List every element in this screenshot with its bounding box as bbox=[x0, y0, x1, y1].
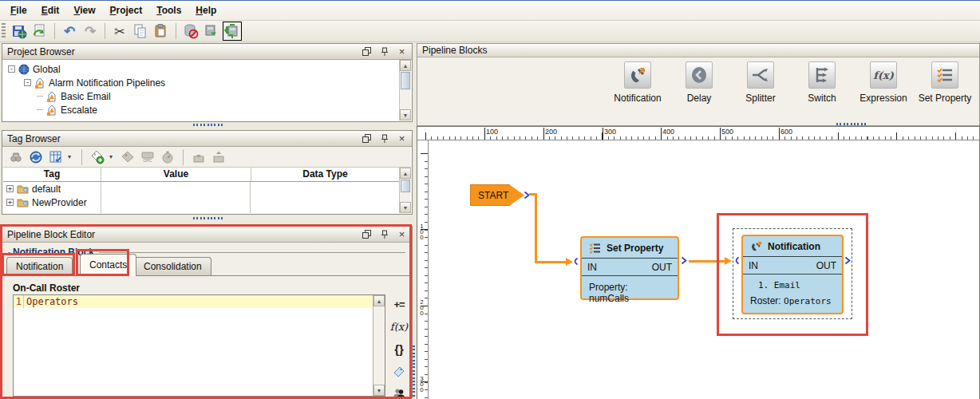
set-property-icon bbox=[935, 65, 954, 85]
pin-icon[interactable] bbox=[379, 229, 389, 239]
roster-editor-text[interactable]: 1 Operators bbox=[14, 295, 373, 396]
float-icon[interactable] bbox=[362, 229, 372, 239]
block-title: Notification bbox=[768, 241, 820, 252]
block-title: Set Property bbox=[607, 243, 663, 254]
float-icon[interactable] bbox=[362, 133, 372, 144]
tag-grid-icon[interactable] bbox=[48, 149, 64, 165]
notification-roster-row: Roster: Operators bbox=[750, 295, 835, 306]
panel-title: Pipeline Block Editor bbox=[7, 229, 362, 240]
notification-block[interactable]: Notification IN OUT 1. Email Roster: Ope… bbox=[741, 235, 844, 314]
project-tree-scrollbar[interactable]: ▲ ▼ bbox=[399, 60, 411, 120]
server-sync-icon[interactable] bbox=[223, 22, 242, 41]
scroll-down-icon[interactable]: ▼ bbox=[400, 202, 411, 213]
pin-icon[interactable] bbox=[379, 46, 389, 57]
tag-row-newprovider[interactable]: + NewProvider bbox=[3, 196, 101, 209]
menu-view[interactable]: View bbox=[66, 2, 102, 18]
scroll-up-icon[interactable]: ▲ bbox=[400, 168, 411, 179]
tree-item-label: Escalate bbox=[61, 105, 97, 116]
palette-item-notification[interactable]: Notification bbox=[608, 61, 667, 104]
input-connector[interactable] bbox=[733, 256, 740, 267]
expand-icon[interactable]: + bbox=[6, 185, 14, 192]
column-header-value[interactable]: Value bbox=[101, 168, 251, 181]
palette-item-set-property[interactable]: Set Property bbox=[915, 61, 974, 104]
pipeline-canvas[interactable]: 100 200 300 400 500 600 100 200 300 STAR… bbox=[417, 126, 980, 399]
project-browser-panel: Project Browser × - Global - Alarm Notif… bbox=[2, 43, 413, 122]
palette-label: Expression bbox=[859, 93, 907, 104]
collapse-icon[interactable]: - bbox=[24, 79, 31, 86]
editor-scrollbar[interactable]: ▲ ▼ bbox=[373, 295, 385, 396]
menu-help[interactable]: Help bbox=[188, 2, 223, 18]
tag-icon[interactable] bbox=[393, 364, 405, 378]
toolbar-grip[interactable] bbox=[2, 23, 6, 39]
block-palette: Notification Delay Splitter Switch f(x) … bbox=[608, 61, 974, 104]
output-connector[interactable] bbox=[681, 256, 687, 267]
palette-item-switch[interactable]: Switch bbox=[792, 61, 852, 104]
float-icon[interactable] bbox=[362, 46, 372, 57]
palette-item-expression[interactable]: f(x) Expression bbox=[854, 61, 913, 104]
menu-tools[interactable]: Tools bbox=[149, 2, 188, 18]
tag-table-scrollbar[interactable]: ▲ ▼ bbox=[399, 168, 411, 213]
pipeline-block-editor-panel: Pipeline Block Editor × Notification Blo… bbox=[2, 226, 413, 398]
expression-icon: f(x) bbox=[873, 69, 894, 81]
menu-project[interactable]: Project bbox=[103, 2, 150, 18]
scroll-up-icon[interactable]: ▲ bbox=[400, 60, 411, 71]
close-icon[interactable]: × bbox=[397, 46, 407, 57]
function-icon[interactable]: f(x) bbox=[390, 319, 408, 334]
insert-value-icon[interactable]: += bbox=[393, 297, 404, 311]
menu-file[interactable]: File bbox=[3, 2, 34, 18]
tab-notification[interactable]: Notification bbox=[6, 257, 73, 276]
project-tree: - Global - Alarm Notification Pipelines … bbox=[3, 60, 399, 120]
roster-editor[interactable]: 1 Operators ▲ ▼ bbox=[13, 294, 385, 397]
tree-item-label: Basic Email bbox=[61, 91, 111, 102]
palette-item-splitter[interactable]: Splitter bbox=[731, 61, 790, 104]
paste-icon[interactable] bbox=[152, 22, 171, 41]
scroll-down-icon[interactable]: ▼ bbox=[400, 109, 411, 120]
tree-item-basic-email[interactable]: Basic Email bbox=[3, 89, 399, 103]
server-download-icon[interactable] bbox=[202, 22, 221, 41]
delay-icon bbox=[690, 65, 709, 85]
save-icon[interactable] bbox=[10, 22, 29, 41]
tab-consolidation[interactable]: Consolidation bbox=[134, 257, 211, 276]
scrollbar-thumb[interactable] bbox=[401, 72, 410, 89]
close-icon[interactable]: × bbox=[397, 133, 407, 144]
copy-icon[interactable] bbox=[131, 22, 150, 41]
notification-profile: 1. Email bbox=[750, 280, 835, 290]
tree-item-global[interactable]: - Global bbox=[3, 62, 399, 76]
column-header-datatype[interactable]: Data Type bbox=[251, 168, 399, 181]
column-header-tag[interactable]: Tag bbox=[3, 168, 101, 181]
database-disabled-icon[interactable] bbox=[181, 22, 200, 41]
start-block[interactable]: START bbox=[470, 184, 524, 206]
set-property-block[interactable]: Set Property IN OUT Property: numCalls bbox=[580, 236, 679, 300]
tab-contacts[interactable]: Contacts bbox=[80, 254, 136, 276]
braces-icon[interactable]: {} bbox=[394, 342, 404, 356]
splitter-handle[interactable] bbox=[413, 346, 415, 398]
tag-row-default[interactable]: + default bbox=[3, 182, 101, 196]
pin-icon[interactable] bbox=[379, 133, 389, 144]
dropdown-icon[interactable]: ▾ bbox=[68, 153, 74, 160]
user-icon[interactable] bbox=[393, 386, 405, 399]
expand-icon[interactable]: + bbox=[6, 199, 14, 206]
tree-item-alarm-pipelines[interactable]: - Alarm Notification Pipelines bbox=[3, 76, 399, 89]
undo-icon[interactable]: ↶ bbox=[60, 22, 79, 41]
output-connector[interactable] bbox=[844, 256, 851, 267]
scroll-up-icon[interactable]: ▲ bbox=[373, 295, 385, 306]
menu-edit[interactable]: Edit bbox=[34, 2, 67, 18]
wire bbox=[689, 260, 725, 263]
tag-table: Tag Value Data Type + default + NewProvi… bbox=[3, 168, 399, 213]
scroll-down-icon[interactable]: ▼ bbox=[373, 385, 385, 396]
splitter-handle[interactable] bbox=[836, 123, 867, 125]
collapse-icon[interactable]: - bbox=[8, 65, 15, 73]
cut-icon[interactable]: ✂ bbox=[110, 22, 129, 41]
refresh-icon[interactable] bbox=[28, 149, 44, 165]
input-connector[interactable] bbox=[572, 257, 579, 268]
splitter-handle[interactable] bbox=[193, 217, 223, 219]
scrollbar-thumb[interactable] bbox=[401, 180, 410, 192]
update-project-icon[interactable] bbox=[30, 22, 49, 41]
close-icon[interactable]: × bbox=[397, 229, 407, 239]
tree-item-escalate[interactable]: Escalate bbox=[3, 103, 399, 117]
pipeline-icon bbox=[46, 91, 57, 102]
palette-item-delay[interactable]: Delay bbox=[670, 61, 729, 104]
dropdown-icon[interactable]: ▾ bbox=[109, 153, 116, 160]
add-tag-icon[interactable] bbox=[89, 149, 105, 165]
splitter-handle[interactable] bbox=[193, 124, 223, 126]
